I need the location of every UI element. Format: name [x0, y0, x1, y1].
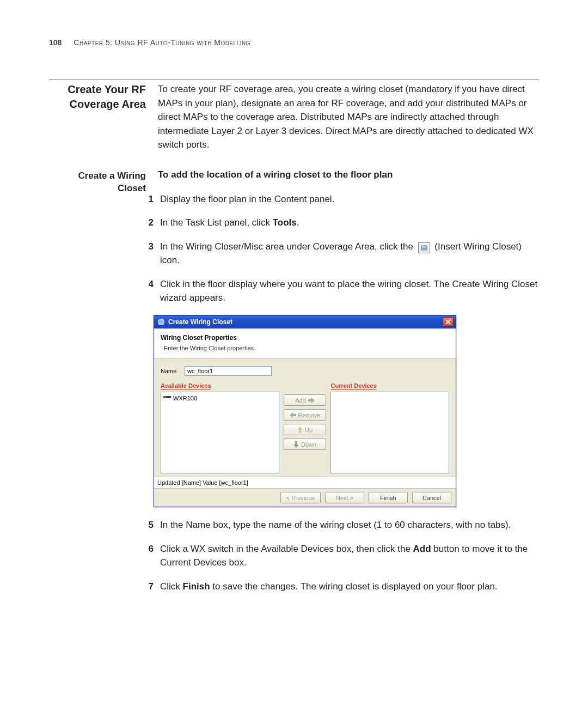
current-devices-listbox[interactable] — [330, 392, 449, 473]
window-close-button[interactable] — [443, 317, 454, 327]
available-devices-listbox[interactable]: WXR100 — [161, 392, 279, 473]
step-number: 7 — [142, 580, 154, 594]
status-bar: Updated [Name] Value [wc_floor1] — [154, 477, 456, 489]
button-label: Remove — [298, 412, 321, 418]
dialog-title: Create Wiring Closet — [168, 317, 443, 327]
step-7: 7 Click Finish to save the changes. The … — [158, 580, 539, 594]
svg-rect-2 — [422, 248, 426, 249]
step-text: Click a WX switch in the Available Devic… — [160, 542, 539, 570]
step-2: 2 In the Task List panel, click Tools. — [158, 216, 539, 230]
text-run: Click a WX switch in the Available Devic… — [160, 544, 413, 554]
text-run: to save the changes. The wiring closet i… — [210, 581, 498, 592]
svg-rect-0 — [421, 246, 427, 250]
step-4: 4 Click in the floor display where you w… — [158, 277, 539, 305]
button-label: Cancel — [422, 495, 441, 501]
section-body: To create your RF coverage area, you cre… — [158, 82, 539, 152]
text-run: In the Task List panel, click — [160, 217, 273, 228]
name-label: Name — [161, 367, 185, 376]
move-up-button[interactable]: Up — [284, 424, 327, 435]
page-number: 108 — [49, 38, 62, 47]
step-number: 3 — [142, 240, 154, 267]
hairline-rule — [49, 80, 539, 80]
text-run: In the Wiring Closer/Misc area under Cov… — [160, 241, 416, 252]
step-6: 6 Click a WX switch in the Available Dev… — [158, 542, 539, 570]
step-text: In the Wiring Closer/Misc area under Cov… — [160, 240, 539, 267]
step-number: 5 — [142, 518, 154, 532]
section-create-coverage: Create Your RF Coverage Area To create y… — [49, 82, 539, 164]
step-list: 1 Display the floor plan in the Content … — [158, 192, 539, 594]
section-heading: Create Your RF Coverage Area — [49, 82, 146, 112]
text-bold: Add — [413, 544, 431, 554]
name-row: Name — [161, 366, 449, 376]
step-number: 4 — [142, 277, 154, 305]
name-input[interactable] — [185, 366, 272, 376]
dialog-subheader: Wiring Closet Properties Enter the Wirin… — [154, 328, 456, 359]
cancel-button[interactable]: Cancel — [412, 492, 451, 503]
step-number: 2 — [142, 216, 154, 230]
device-icon — [163, 394, 171, 403]
arrow-left-icon — [290, 412, 296, 418]
section-create-wiring-closet: Create a Wiring Closet To add the locati… — [49, 169, 539, 604]
dialog-button-bar: < Previous Next > Finish Cancel — [154, 488, 456, 507]
available-devices-label: Available Devices — [161, 381, 279, 391]
step-text: Click in the floor display where you wan… — [160, 277, 539, 305]
dialog-figure: Create Wiring Closet Wiring Closet Prope… — [154, 315, 539, 508]
subsection-heading: Create a Wiring Closet — [49, 169, 146, 196]
transfer-buttons: Add Remove Up — [284, 394, 327, 450]
step-3: 3 In the Wiring Closer/Misc area under C… — [158, 240, 539, 267]
available-devices-column: Available Devices WXR100 — [161, 381, 279, 473]
svg-rect-1 — [422, 247, 426, 247]
create-wiring-closet-dialog: Create Wiring Closet Wiring Closet Prope… — [154, 315, 456, 508]
app-icon — [157, 318, 165, 326]
button-label: Next > — [336, 495, 353, 501]
arrow-down-icon — [293, 441, 299, 448]
current-devices-label: Current Devices — [330, 381, 449, 391]
step-5: 5 In the Name box, type the name of the … — [158, 518, 539, 532]
previous-button[interactable]: < Previous — [280, 492, 321, 503]
button-label: Finish — [380, 495, 396, 501]
device-lists: Available Devices WXR100 — [161, 381, 449, 473]
dialog-titlebar: Create Wiring Closet — [154, 315, 456, 328]
arrow-right-icon — [308, 398, 315, 403]
button-label: Add — [295, 397, 306, 404]
button-label: Down — [301, 441, 316, 448]
dialog-description: Enter the Wiring Closet properties. — [161, 344, 449, 353]
add-button[interactable]: Add — [284, 394, 327, 406]
step-number: 6 — [142, 542, 154, 570]
next-button[interactable]: Next > — [325, 492, 364, 503]
text-bold: Tools — [273, 217, 297, 228]
chapter-title: Chapter 5: Using RF Auto-Tuning with Mod… — [74, 38, 250, 47]
step-1: 1 Display the floor plan in the Content … — [158, 192, 539, 206]
svg-rect-5 — [164, 397, 166, 398]
dialog-subtitle: Wiring Closet Properties — [161, 333, 449, 343]
text-run: Click — [160, 581, 183, 592]
step-number: 1 — [142, 192, 154, 206]
button-label: Up — [305, 427, 313, 433]
dialog-body: Name Available Devices — [154, 358, 456, 477]
running-header: 108 Chapter 5: Using RF Auto-Tuning with… — [49, 38, 539, 47]
step-text: Click Finish to save the changes. The wi… — [160, 580, 539, 594]
step-text: In the Task List panel, click Tools. — [160, 216, 539, 230]
document-page: 108 Chapter 5: Using RF Auto-Tuning with… — [0, 0, 588, 652]
current-devices-column: Current Devices — [330, 381, 449, 473]
insert-wiring-closet-icon — [418, 242, 430, 253]
move-down-button[interactable]: Down — [284, 439, 327, 450]
text-bold: Finish — [183, 581, 210, 592]
finish-button[interactable]: Finish — [369, 492, 408, 503]
remove-button[interactable]: Remove — [284, 409, 327, 421]
button-label: < Previous — [286, 495, 315, 501]
subsection-lede: To add the location of a wiring closet t… — [158, 169, 539, 180]
list-item-label: WXR100 — [173, 394, 197, 403]
text-run: . — [297, 217, 299, 228]
step-text: In the Name box, type the name of the wi… — [160, 518, 539, 532]
arrow-up-icon — [297, 427, 303, 433]
step-text: Display the floor plan in the Content pa… — [160, 192, 539, 206]
list-item[interactable]: WXR100 — [162, 393, 278, 404]
